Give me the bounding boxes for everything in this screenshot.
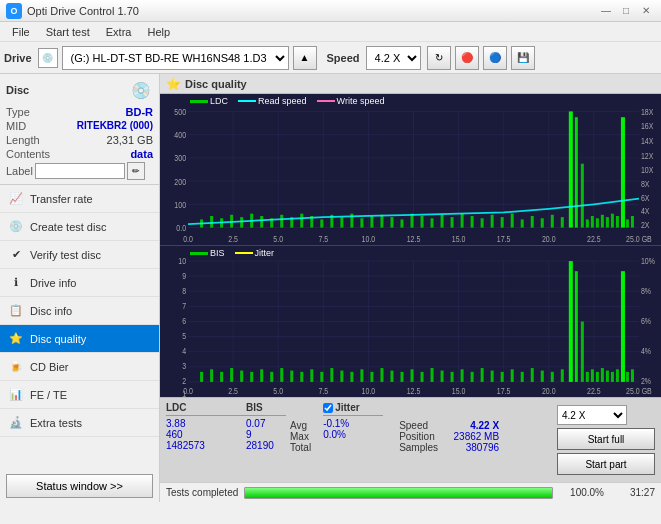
sidebar-item-cd-bier[interactable]: 🍺 CD Bier bbox=[0, 353, 159, 381]
svg-rect-35 bbox=[240, 217, 243, 227]
svg-rect-165 bbox=[581, 322, 584, 382]
svg-rect-154 bbox=[481, 368, 484, 382]
close-button[interactable]: ✕ bbox=[637, 2, 655, 20]
svg-rect-157 bbox=[511, 369, 514, 382]
svg-rect-173 bbox=[621, 271, 625, 382]
svg-text:10%: 10% bbox=[641, 256, 655, 266]
svg-rect-63 bbox=[521, 219, 524, 227]
eject-button[interactable]: ▲ bbox=[293, 46, 317, 70]
toolbar: Drive 💿 (G:) HL-DT-ST BD-RE WH16NS48 1.D… bbox=[0, 42, 661, 74]
top-legend: LDC Read speed Write speed bbox=[190, 96, 384, 106]
svg-text:17.5: 17.5 bbox=[497, 234, 511, 244]
drive-info-label: Drive info bbox=[30, 277, 76, 289]
titlebar-left: O Opti Drive Control 1.70 bbox=[6, 3, 139, 19]
disc-panel: Disc 💿 Type BD-R MID RITEKBR2 (000) Leng… bbox=[0, 74, 159, 185]
sidebar-item-create-test-disc[interactable]: 💿 Create test disc bbox=[0, 213, 159, 241]
jitter-max: 0.0% bbox=[323, 429, 383, 440]
progress-percent: 100.0% bbox=[559, 487, 604, 498]
svg-rect-159 bbox=[531, 368, 534, 382]
settings-button2[interactable]: 🔵 bbox=[483, 46, 507, 70]
refresh-button[interactable]: ↻ bbox=[427, 46, 451, 70]
start-full-button[interactable]: Start full bbox=[557, 428, 655, 450]
svg-text:20.0: 20.0 bbox=[542, 234, 556, 244]
svg-text:25.0 GB: 25.0 GB bbox=[626, 387, 652, 397]
app-icon: O bbox=[6, 3, 22, 19]
content-area: ⭐ Disc quality LDC Read speed bbox=[160, 74, 661, 502]
svg-rect-139 bbox=[330, 368, 333, 382]
disc-section-title: Disc bbox=[6, 84, 29, 96]
sidebar-item-drive-info[interactable]: ℹ Drive info bbox=[0, 269, 159, 297]
position-value: 23862 MB bbox=[454, 431, 500, 442]
speed-position-stats: Speed 4.22 X Position 23862 MB Samples 3… bbox=[399, 402, 499, 453]
svg-rect-57 bbox=[461, 214, 464, 228]
svg-rect-127 bbox=[210, 369, 213, 382]
progress-label: Tests completed bbox=[166, 487, 238, 498]
disc-info-label: Disc info bbox=[30, 305, 72, 317]
maximize-button[interactable]: □ bbox=[617, 2, 635, 20]
svg-rect-45 bbox=[340, 217, 343, 227]
jitter-col-header: Jitter bbox=[335, 402, 359, 413]
bis-legend: BIS bbox=[190, 248, 225, 258]
svg-text:2X: 2X bbox=[641, 220, 650, 230]
sidebar-item-extra-tests[interactable]: 🔬 Extra tests bbox=[0, 409, 159, 437]
label-input[interactable] bbox=[35, 163, 125, 179]
svg-rect-74 bbox=[601, 215, 604, 228]
svg-rect-64 bbox=[531, 216, 534, 228]
sidebar-item-disc-info[interactable]: 📋 Disc info bbox=[0, 297, 159, 325]
disc-type-row: Type BD-R bbox=[6, 106, 153, 118]
bottom-legend: BIS Jitter bbox=[190, 248, 274, 258]
svg-rect-56 bbox=[451, 217, 454, 227]
svg-text:2.5: 2.5 bbox=[228, 387, 238, 397]
svg-rect-164 bbox=[575, 271, 578, 382]
progress-bar-area: Tests completed 100.0% 31:27 bbox=[160, 482, 661, 502]
bis-legend-color bbox=[190, 252, 208, 255]
svg-rect-146 bbox=[400, 372, 403, 382]
sidebar-item-transfer-rate[interactable]: 📈 Transfer rate bbox=[0, 185, 159, 213]
jitter-legend-label: Jitter bbox=[255, 248, 275, 258]
speed-select-stats[interactable]: 4.2 X bbox=[557, 405, 627, 425]
menu-extra[interactable]: Extra bbox=[98, 24, 140, 40]
sidebar-item-fe-te[interactable]: 📊 FE / TE bbox=[0, 381, 159, 409]
total-bis: 28190 bbox=[246, 440, 286, 451]
progress-fill bbox=[245, 488, 552, 498]
fe-te-label: FE / TE bbox=[30, 389, 67, 401]
jitter-checkbox[interactable] bbox=[323, 403, 333, 413]
disc-quality-icon: ⭐ bbox=[8, 331, 24, 347]
svg-rect-55 bbox=[441, 215, 444, 228]
max-bis: 9 bbox=[246, 429, 286, 440]
svg-rect-43 bbox=[320, 219, 323, 227]
drive-select[interactable]: (G:) HL-DT-ST BD-RE WH16NS48 1.D3 bbox=[62, 46, 289, 70]
extra-tests-label: Extra tests bbox=[30, 417, 82, 429]
settings-button1[interactable]: 🔴 bbox=[455, 46, 479, 70]
label-edit-button[interactable]: ✏ bbox=[127, 162, 145, 180]
bis-col-header: BIS bbox=[246, 402, 286, 413]
svg-text:20.0: 20.0 bbox=[542, 387, 556, 397]
create-test-label: Create test disc bbox=[30, 221, 106, 233]
menu-file[interactable]: File bbox=[4, 24, 38, 40]
sidebar-item-verify-test-disc[interactable]: ✔ Verify test disc bbox=[0, 241, 159, 269]
svg-text:10.0: 10.0 bbox=[362, 387, 376, 397]
max-ldc: 460 bbox=[166, 429, 226, 440]
bis-legend-label: BIS bbox=[210, 248, 225, 258]
transfer-rate-icon: 📈 bbox=[8, 191, 24, 207]
svg-rect-80 bbox=[631, 216, 634, 228]
svg-text:200: 200 bbox=[174, 177, 186, 187]
menu-start-test[interactable]: Start test bbox=[38, 24, 98, 40]
svg-rect-126 bbox=[200, 372, 203, 382]
ldc-bis-stats: LDC BIS 3.88 0.07 460 9 1482573 28190 bbox=[166, 402, 286, 451]
save-button[interactable]: 💾 bbox=[511, 46, 535, 70]
jitter-legend: Jitter bbox=[235, 248, 275, 258]
svg-text:7.5: 7.5 bbox=[318, 387, 328, 397]
jitter-header: Jitter bbox=[323, 402, 383, 416]
minimize-button[interactable]: — bbox=[597, 2, 615, 20]
avg-row: 3.88 0.07 bbox=[166, 418, 286, 429]
status-window-button[interactable]: Status window >> bbox=[6, 474, 153, 498]
menu-help[interactable]: Help bbox=[139, 24, 178, 40]
svg-rect-61 bbox=[501, 217, 504, 227]
svg-rect-145 bbox=[390, 371, 393, 382]
sidebar-item-disc-quality[interactable]: ⭐ Disc quality bbox=[0, 325, 159, 353]
speed-select[interactable]: 4.2 X bbox=[366, 46, 421, 70]
svg-rect-62 bbox=[511, 214, 514, 228]
start-part-button[interactable]: Start part bbox=[557, 453, 655, 475]
drive-icon: 💿 bbox=[38, 48, 58, 68]
